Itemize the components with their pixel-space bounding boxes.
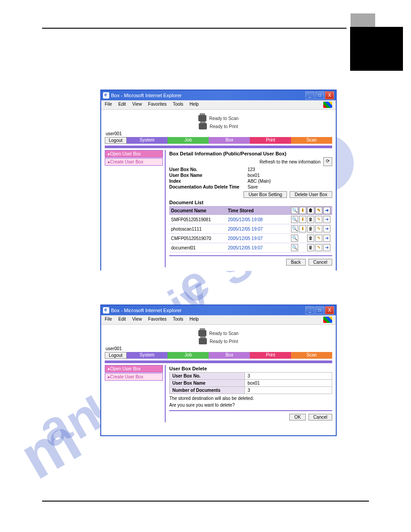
sidebar-create-user-box[interactable]: ▸Create User Box bbox=[105, 373, 163, 381]
menu-favorites[interactable]: Favorites bbox=[148, 317, 167, 323]
status-print-row: Ready to Print bbox=[105, 123, 332, 129]
tab-row: Logout System Job Box Print Scan bbox=[105, 137, 332, 144]
close-button[interactable]: X bbox=[325, 91, 334, 99]
close-button[interactable]: X bbox=[325, 306, 334, 314]
field-name-value: box01 bbox=[248, 173, 332, 178]
tab-row: Logout System Job Box Print Scan bbox=[105, 352, 332, 359]
menu-help[interactable]: Help bbox=[189, 102, 199, 108]
send-icon[interactable]: ➜ bbox=[323, 235, 330, 242]
logout-button[interactable]: Logout bbox=[105, 352, 127, 359]
view-icon[interactable]: 🔍 bbox=[291, 235, 298, 242]
trash-icon[interactable]: 🗑 bbox=[307, 216, 314, 223]
user-label: user001 bbox=[106, 346, 332, 351]
menu-view[interactable]: View bbox=[132, 317, 142, 323]
view-icon[interactable]: 🔍 bbox=[291, 225, 298, 232]
sidebar: ▸Open User Box ▸Create User Box bbox=[105, 365, 163, 422]
sidebar-open-user-box[interactable]: ▸Open User Box bbox=[105, 365, 163, 373]
content-area: Ready to Scan Ready to Print user001 Log… bbox=[101, 325, 336, 426]
field-index-label: Index bbox=[169, 179, 248, 184]
field-no-value: 123 bbox=[248, 167, 332, 172]
status-scan-row: Ready to Scan bbox=[105, 330, 332, 336]
edit-icon[interactable]: ✎ bbox=[315, 225, 322, 232]
field-no-label: User Box No. bbox=[169, 167, 248, 172]
del-num-value: 3 bbox=[245, 387, 332, 394]
scanner-icon bbox=[198, 115, 206, 121]
trash-icon[interactable]: 🗑 bbox=[307, 225, 314, 232]
sidebar-open-user-box[interactable]: ▸Open User Box bbox=[105, 150, 163, 158]
tab-box[interactable]: Box bbox=[209, 352, 250, 359]
edit-icon[interactable]: ✎ bbox=[315, 216, 322, 223]
trash-icon[interactable]: 🗑 bbox=[307, 244, 314, 251]
trash-icon[interactable]: 🗑 bbox=[307, 235, 314, 242]
doc-name: SMFP05120519081 bbox=[169, 215, 226, 224]
menu-file[interactable]: File bbox=[105, 102, 112, 108]
cancel-button[interactable]: Cancel bbox=[308, 259, 332, 266]
screenshot-box-detail: Box - Microsoft Internet Explorer _ □ X … bbox=[100, 90, 337, 270]
sidebar: ▸Open User Box ▸Create User Box bbox=[105, 150, 163, 267]
table-row: document01 2005/12/05 19:07 🔍 ⬇ 🗑 ✎ ➜ bbox=[169, 243, 332, 253]
tab-scan[interactable]: Scan bbox=[291, 137, 332, 144]
menu-help[interactable]: Help bbox=[189, 317, 199, 323]
send-icon[interactable]: ➜ bbox=[323, 225, 330, 232]
tab-job[interactable]: Job bbox=[167, 137, 209, 144]
menu-edit[interactable]: Edit bbox=[118, 102, 126, 108]
th-document-name: Document Name bbox=[169, 206, 226, 215]
separator bbox=[105, 360, 332, 363]
tab-print[interactable]: Print bbox=[250, 137, 291, 144]
menubar: File Edit View Favorites Tools Help bbox=[101, 100, 336, 110]
del-name-value: box01 bbox=[245, 380, 332, 387]
delete-user-box-button[interactable]: Delete User Box bbox=[290, 191, 332, 198]
send-icon[interactable]: ➜ bbox=[323, 216, 330, 223]
menu-favorites[interactable]: Favorites bbox=[148, 102, 167, 108]
view-icon[interactable]: 🔍 bbox=[291, 207, 298, 214]
menu-edit[interactable]: Edit bbox=[118, 317, 126, 323]
document-page: c s e iv h ls a u n a m Box - Microsoft … bbox=[0, 0, 411, 532]
download-icon[interactable]: ⬇ bbox=[299, 225, 306, 232]
menu-tools[interactable]: Tools bbox=[173, 102, 183, 108]
sidebar-create-user-box[interactable]: ▸Create User Box bbox=[105, 158, 163, 166]
table-row: SMFP05120519081 2005/12/05 19:08 🔍 ⬇ 🗑 ✎… bbox=[169, 215, 332, 224]
user-box-setting-button[interactable]: User Box Setting bbox=[244, 191, 287, 198]
minimize-button[interactable]: _ bbox=[305, 306, 314, 314]
cancel-button[interactable]: Cancel bbox=[308, 414, 332, 420]
maximize-button[interactable]: □ bbox=[315, 91, 324, 99]
table-row: photoscan1111 2005/12/05 19:07 🔍 ⬇ 🗑 ✎ ➜ bbox=[169, 224, 332, 234]
tab-print[interactable]: Print bbox=[250, 352, 291, 359]
th-time-stored: Time Stored bbox=[226, 206, 276, 215]
separator bbox=[105, 146, 332, 148]
maximize-button[interactable]: □ bbox=[315, 306, 324, 314]
edit-icon[interactable]: ✎ bbox=[315, 235, 322, 242]
field-auto-label: Documentation Auto Delete Time bbox=[169, 184, 248, 189]
header-black-block bbox=[350, 27, 403, 71]
main-panel: User Box Delete User Box No.3 User Box N… bbox=[165, 365, 332, 422]
download-icon[interactable]: ⬇ bbox=[299, 216, 306, 223]
del-no-value: 3 bbox=[245, 373, 332, 380]
user-label: user001 bbox=[106, 131, 332, 136]
send-icon[interactable]: ➜ bbox=[323, 207, 330, 214]
trash-icon[interactable]: 🗑 bbox=[307, 207, 314, 214]
footer-rule bbox=[42, 501, 369, 502]
tab-system[interactable]: System bbox=[127, 137, 168, 144]
refresh-button[interactable]: ⟳ bbox=[323, 157, 332, 166]
send-icon[interactable]: ➜ bbox=[323, 244, 330, 251]
menu-file[interactable]: File bbox=[105, 317, 112, 323]
document-list-table: Document Name Time Stored 🔍 ⬇ 🗑 ✎ ➜ bbox=[169, 206, 332, 253]
view-icon[interactable]: 🔍 bbox=[291, 216, 298, 223]
edit-icon[interactable]: ✎ bbox=[315, 207, 322, 214]
panel-title: Box Detail Information (Public/Personal … bbox=[169, 151, 332, 156]
menu-tools[interactable]: Tools bbox=[173, 317, 183, 323]
ok-button[interactable]: OK bbox=[289, 414, 305, 420]
table-row: CMFP05120519070 2005/12/05 19:07 🔍 ⬇ 🗑 ✎… bbox=[169, 234, 332, 243]
back-button[interactable]: Back bbox=[286, 259, 306, 266]
download-icon[interactable]: ⬇ bbox=[299, 207, 306, 214]
tab-job[interactable]: Job bbox=[167, 352, 209, 359]
tab-box[interactable]: Box bbox=[209, 137, 250, 144]
minimize-button[interactable]: _ bbox=[305, 91, 314, 99]
menu-view[interactable]: View bbox=[132, 102, 142, 108]
edit-icon[interactable]: ✎ bbox=[315, 244, 322, 251]
view-icon[interactable]: 🔍 bbox=[291, 244, 298, 251]
logout-button[interactable]: Logout bbox=[105, 137, 127, 144]
tab-scan[interactable]: Scan bbox=[291, 352, 332, 359]
field-name-label: User Box Name bbox=[169, 173, 248, 178]
tab-system[interactable]: System bbox=[127, 352, 168, 359]
